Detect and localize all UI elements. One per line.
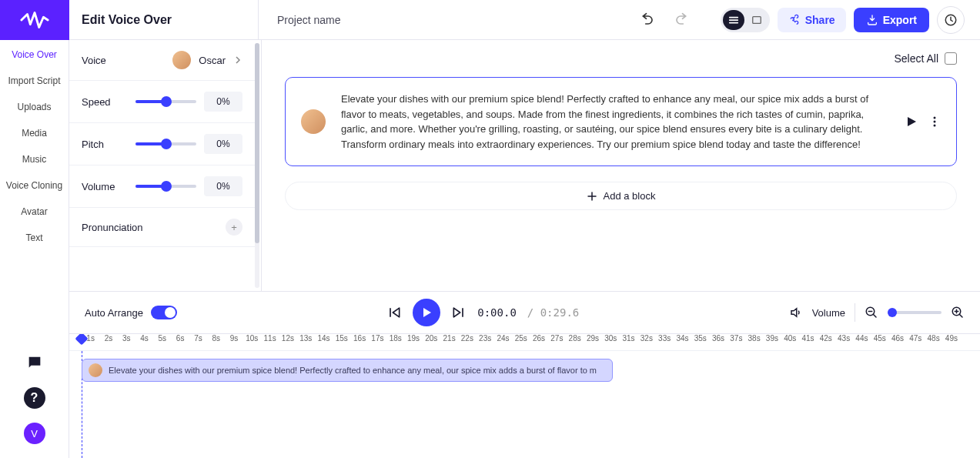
add-pronunciation-button[interactable]: + bbox=[226, 219, 242, 236]
ruler-tick: 20s bbox=[423, 334, 440, 350]
svg-point-3 bbox=[934, 121, 936, 123]
pitch-slider[interactable] bbox=[135, 142, 196, 145]
speed-row: Speed 0% bbox=[69, 81, 255, 123]
history-button[interactable] bbox=[937, 6, 965, 34]
ruler-tick: 30s bbox=[602, 334, 620, 350]
project-name[interactable]: Project name bbox=[277, 14, 636, 26]
text-block[interactable]: Elevate your dishes with our premium spi… bbox=[285, 77, 957, 166]
nav-voice-over[interactable]: Voice Over bbox=[12, 49, 57, 60]
audio-clip[interactable]: Elevate your dishes with our premium spi… bbox=[82, 359, 613, 382]
ruler-tick: 47s bbox=[907, 334, 925, 350]
volume-icon[interactable] bbox=[789, 306, 803, 319]
nav-items: Voice Over Import Script Uploads Media M… bbox=[0, 40, 69, 352]
clip-text: Elevate your dishes with our premium spi… bbox=[109, 366, 597, 375]
redo-button[interactable] bbox=[668, 8, 693, 32]
ruler-tick: 17s bbox=[369, 334, 386, 350]
skip-forward-icon[interactable] bbox=[451, 305, 467, 320]
ruler-tick: 46s bbox=[888, 334, 906, 350]
user-avatar[interactable]: V bbox=[24, 423, 45, 444]
edit-panel: Voice Oscar Speed 0% Pitch bbox=[69, 40, 262, 291]
auto-arrange-toggle[interactable] bbox=[151, 306, 177, 319]
block-text[interactable]: Elevate your dishes with our premium spi… bbox=[341, 92, 890, 152]
zoom-slider[interactable] bbox=[888, 311, 942, 314]
tracks[interactable]: Elevate your dishes with our premium spi… bbox=[69, 350, 980, 458]
pitch-value[interactable]: 0% bbox=[204, 134, 242, 154]
ruler-tick: 41s bbox=[799, 334, 817, 350]
chevron-right-icon bbox=[233, 55, 242, 65]
ruler-tick: 12s bbox=[279, 334, 296, 350]
ruler-tick: 6s bbox=[171, 334, 189, 350]
ruler-tick: 21s bbox=[440, 334, 458, 350]
nav-import-script[interactable]: Import Script bbox=[8, 75, 60, 86]
card-icon bbox=[751, 15, 762, 25]
current-time: 0:00.0 bbox=[477, 306, 517, 319]
ruler-tick: 48s bbox=[925, 334, 942, 350]
volume-label: Volume bbox=[812, 307, 845, 319]
timeline-ruler[interactable]: 1s2s3s4s5s6s7s8s9s10s11s12s13s14s15s16s1… bbox=[69, 333, 980, 350]
logo[interactable] bbox=[0, 0, 69, 40]
speed-slider[interactable] bbox=[135, 100, 196, 103]
play-block-icon[interactable] bbox=[905, 115, 918, 128]
help-icon[interactable]: ? bbox=[24, 387, 45, 409]
ruler-tick: 27s bbox=[548, 334, 566, 350]
ruler-tick: 22s bbox=[458, 334, 476, 350]
auto-arrange-label: Auto Arrange bbox=[85, 307, 143, 319]
voice-selector[interactable]: Voice Oscar bbox=[69, 40, 255, 81]
ruler-tick: 42s bbox=[817, 334, 835, 350]
view-mode-toggle[interactable] bbox=[721, 8, 770, 32]
ruler-tick: 43s bbox=[835, 334, 852, 350]
timeline-area: Auto Arrange 0:00.0 / 0:29.6 Volume bbox=[69, 291, 980, 458]
ruler-tick: 7s bbox=[189, 334, 207, 350]
playback-bar: Auto Arrange 0:00.0 / 0:29.6 Volume bbox=[69, 292, 980, 333]
redo-icon bbox=[673, 12, 688, 28]
share-button[interactable]: Share bbox=[778, 8, 846, 32]
ruler-tick: 5s bbox=[153, 334, 171, 350]
scrollbar[interactable] bbox=[255, 43, 259, 288]
ruler-tick: 3s bbox=[118, 334, 135, 350]
view-mode-list[interactable] bbox=[723, 10, 744, 30]
ruler-tick: 49s bbox=[942, 334, 960, 350]
chat-icon[interactable] bbox=[24, 352, 45, 373]
play-icon bbox=[421, 307, 432, 318]
voice-name: Oscar bbox=[199, 55, 226, 66]
voice-avatar bbox=[172, 51, 191, 69]
total-time: 0:29.6 bbox=[540, 306, 580, 319]
nav-voice-cloning[interactable]: Voice Cloning bbox=[6, 180, 62, 191]
svg-point-2 bbox=[934, 117, 936, 119]
ruler-tick: 33s bbox=[656, 334, 674, 350]
ruler-tick: 2s bbox=[99, 334, 117, 350]
svg-rect-0 bbox=[752, 16, 761, 23]
add-block-button[interactable]: Add a block bbox=[285, 182, 957, 210]
zoom-in-icon[interactable] bbox=[951, 306, 965, 319]
ruler-tick: 10s bbox=[243, 334, 261, 350]
zoom-out-icon[interactable] bbox=[865, 306, 878, 319]
nav-music[interactable]: Music bbox=[22, 154, 46, 165]
volume-value[interactable]: 0% bbox=[204, 176, 242, 196]
select-all-checkbox[interactable] bbox=[945, 52, 957, 65]
ruler-tick: 35s bbox=[691, 334, 709, 350]
export-button[interactable]: Export bbox=[854, 8, 929, 32]
speed-value[interactable]: 0% bbox=[204, 92, 242, 112]
pronunciation-row: Pronunciation + bbox=[69, 208, 255, 247]
list-icon bbox=[728, 15, 739, 25]
nav-text[interactable]: Text bbox=[25, 232, 42, 243]
nav-uploads[interactable]: Uploads bbox=[17, 102, 51, 112]
skip-back-icon[interactable] bbox=[386, 305, 402, 320]
ruler-tick: 4s bbox=[135, 334, 153, 350]
volume-slider[interactable] bbox=[135, 185, 196, 188]
topbar: Edit Voice Over Project name bbox=[69, 0, 980, 40]
ruler-tick: 45s bbox=[871, 334, 888, 350]
ruler-tick: 26s bbox=[530, 334, 547, 350]
play-button[interactable] bbox=[413, 299, 440, 326]
view-mode-grid[interactable] bbox=[746, 10, 768, 30]
ruler-tick: 28s bbox=[566, 334, 584, 350]
nav-avatar[interactable]: Avatar bbox=[21, 206, 47, 217]
clip-avatar bbox=[89, 363, 102, 377]
undo-button[interactable] bbox=[636, 8, 661, 32]
select-all[interactable]: Select All bbox=[894, 52, 957, 65]
volume-row: Volume 0% bbox=[69, 165, 255, 208]
nav-media[interactable]: Media bbox=[22, 128, 47, 139]
ruler-tick: 37s bbox=[727, 334, 745, 350]
more-icon[interactable] bbox=[928, 115, 941, 128]
ruler-tick: 44s bbox=[853, 334, 871, 350]
